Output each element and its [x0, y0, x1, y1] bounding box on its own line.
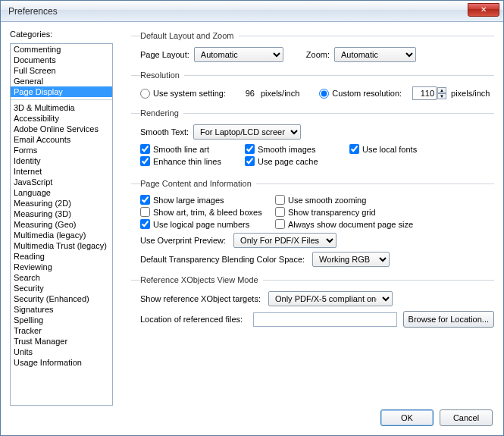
blend-space-label: Default Transparency Blending Color Spac… [140, 255, 305, 264]
cancel-button[interactable]: Cancel [440, 409, 493, 426]
category-item[interactable]: Tracker [11, 325, 112, 336]
always-show-doc-size-checkbox[interactable]: Always show document page size [275, 219, 413, 229]
category-item[interactable]: Internet [11, 166, 112, 177]
smooth-line-art-checkbox[interactable]: Smooth line art [140, 144, 231, 154]
show-transparency-grid-checkbox[interactable]: Show transparency grid [275, 207, 376, 217]
group-rendering-legend: Rendering [140, 108, 183, 118]
show-large-images-checkbox[interactable]: Show large images [140, 195, 261, 205]
group-layout-zoom: Default Layout and Zoom Page Layout: Aut… [131, 31, 494, 64]
use-local-fonts-checkbox[interactable]: Use local fonts [349, 144, 417, 154]
category-item[interactable]: Units [11, 347, 112, 357]
close-button[interactable]: ✕ [468, 3, 499, 17]
zoom-select[interactable]: Automatic [334, 47, 416, 62]
window-title: Preferences [8, 6, 58, 17]
show-ref-xobject-label: Show reference XObject targets: [140, 294, 261, 303]
system-dpi-unit: pixels/inch [261, 89, 299, 98]
category-item[interactable]: Usage Information [11, 357, 112, 368]
category-item[interactable]: Page Display [11, 86, 112, 97]
category-item[interactable]: Measuring (3D) [11, 209, 112, 219]
custom-resolution-input[interactable] [412, 86, 437, 100]
browse-location-button[interactable]: Browse for Location... [403, 311, 494, 328]
category-item[interactable]: Reviewing [11, 262, 112, 272]
category-item[interactable]: Email Accounts [11, 134, 112, 145]
smooth-text-label: Smooth Text: [140, 127, 189, 136]
custom-resolution-radio[interactable]: Custom resolution: [319, 89, 402, 99]
system-dpi-value: 96 [236, 89, 255, 98]
category-item[interactable]: Full Screen [11, 65, 112, 76]
custom-dpi-unit: pixels/inch [451, 89, 490, 98]
category-item[interactable]: Measuring (2D) [11, 198, 112, 209]
page-layout-select[interactable]: Automatic [194, 47, 283, 62]
blend-space-select[interactable]: Working RGB [312, 252, 390, 267]
group-ref-xobjects-legend: Reference XObjects View Mode [140, 275, 263, 284]
group-ref-xobjects: Reference XObjects View Mode Show refere… [131, 275, 494, 330]
category-item[interactable]: Forms [11, 145, 112, 155]
group-rendering: Rendering Smooth Text: For Laptop/LCD sc… [131, 108, 494, 168]
categories-label: Categories: [10, 30, 113, 39]
category-item[interactable]: Measuring (Geo) [11, 219, 112, 230]
category-item[interactable]: General [11, 76, 112, 86]
group-page-content: Page Content and Information Show large … [131, 179, 494, 269]
title-bar: Preferences ✕ [1, 1, 503, 22]
category-item[interactable]: Identity [11, 155, 112, 166]
ref-location-input[interactable] [253, 312, 396, 327]
category-item[interactable]: Documents [11, 55, 112, 65]
enhance-thin-lines-checkbox[interactable]: Enhance thin lines [140, 156, 231, 166]
category-item[interactable]: Commenting [11, 44, 112, 55]
use-smooth-zooming-checkbox[interactable]: Use smooth zooming [275, 195, 366, 205]
category-item[interactable]: Reading [11, 251, 112, 262]
group-resolution-legend: Resolution [140, 71, 184, 80]
category-item[interactable]: Language [11, 187, 112, 198]
page-layout-label: Page Layout: [140, 50, 189, 59]
use-page-cache-checkbox[interactable]: Use page cache [245, 156, 318, 166]
category-item[interactable]: Adobe Online Services [11, 124, 112, 134]
overprint-preview-label: Use Overprint Preview: [140, 236, 226, 245]
custom-resolution-stepper[interactable]: ▲▼ [437, 87, 446, 99]
use-system-setting-radio[interactable]: Use system setting: [140, 89, 226, 99]
category-item[interactable]: Trust Manager [11, 336, 112, 347]
category-item[interactable]: Signatures [11, 304, 112, 315]
category-item[interactable]: Security (Enhanced) [11, 293, 112, 304]
group-layout-zoom-legend: Default Layout and Zoom [140, 31, 239, 40]
category-item[interactable]: Multimedia (legacy) [11, 230, 112, 240]
ok-button[interactable]: OK [380, 409, 434, 426]
category-item[interactable]: JavaScript [11, 177, 112, 187]
show-ref-xobject-select[interactable]: Only PDF/X-5 compliant ones [268, 291, 393, 306]
zoom-label: Zoom: [306, 50, 330, 59]
smooth-images-checkbox[interactable]: Smooth images [245, 144, 336, 154]
ref-location-label: Location of referenced files: [140, 315, 243, 324]
category-item[interactable]: Multimedia Trust (legacy) [11, 240, 112, 251]
group-resolution: Resolution Use system setting: 96 pixels… [131, 71, 494, 102]
category-item[interactable]: Search [11, 272, 112, 283]
category-item[interactable]: Accessibility [11, 113, 112, 124]
category-item[interactable]: Spelling [11, 315, 112, 325]
categories-listbox[interactable]: CommentingDocumentsFull ScreenGeneralPag… [10, 43, 113, 406]
category-item[interactable]: Security [11, 283, 112, 293]
use-logical-page-numbers-checkbox[interactable]: Use logical page numbers [140, 219, 261, 229]
show-art-trim-bleed-checkbox[interactable]: Show art, trim, & bleed boxes [140, 207, 261, 217]
smooth-text-select[interactable]: For Laptop/LCD screens [193, 124, 301, 140]
category-item[interactable]: 3D & Multimedia [11, 102, 112, 113]
group-page-content-legend: Page Content and Information [140, 179, 256, 188]
overprint-preview-select[interactable]: Only For PDF/X Files [233, 233, 337, 248]
